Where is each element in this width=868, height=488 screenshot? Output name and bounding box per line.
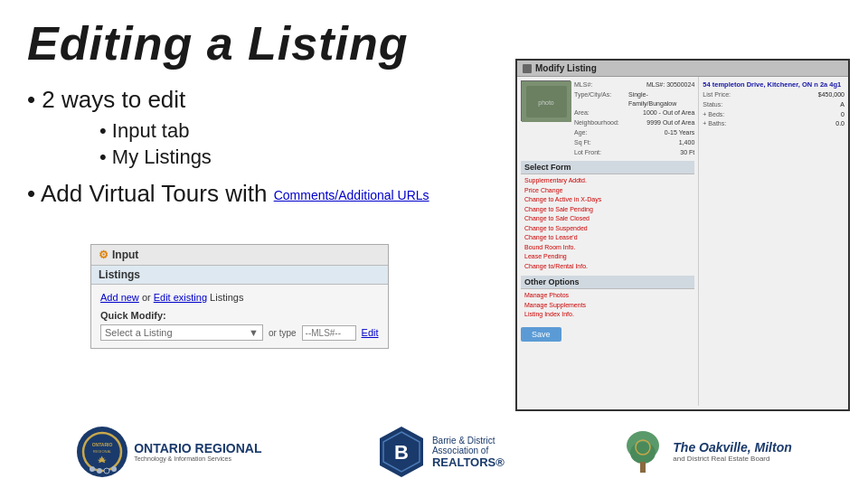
ontario-logo: ONTARIO REGIONAL ONTARIO REGIONAL Techno…	[76, 426, 261, 478]
svg-text:B: B	[394, 441, 409, 464]
modify-icon	[523, 64, 532, 73]
page-title: Editing a Listing	[27, 16, 408, 70]
input-icon: ⚙	[99, 249, 108, 261]
svg-point-10	[104, 468, 109, 474]
other-link-supplements[interactable]: Manage Supplements	[524, 301, 691, 311]
add-edit-line: Add new or Edit existing Listings	[100, 292, 379, 303]
listing-address: 54 templeton Drive, Kitchener, ON n 2a 4…	[703, 80, 844, 89]
input-panel: ⚙ Input Listings Add new or Edit existin…	[90, 244, 389, 349]
form-link-active[interactable]: Change to Active in X-Days	[524, 195, 691, 205]
modify-left-col: photo MLS#: MLS#: 30500024 Type/City/As:…	[517, 77, 699, 406]
form-link-leased[interactable]: Change to Lease'd	[524, 233, 691, 243]
footer: ONTARIO REGIONAL ONTARIO REGIONAL Techno…	[0, 425, 868, 479]
edit-button[interactable]: Edit	[362, 327, 379, 338]
barrie-icon: B	[378, 425, 425, 479]
oakville-logo: The Oakville, Milton and District Real E…	[620, 427, 791, 477]
listing-stats: List Price: $450,000 Status: A + Beds: 0…	[703, 90, 844, 128]
oakville-text: The Oakville, Milton and District Real E…	[673, 441, 791, 463]
edit-existing-link[interactable]: Edit existing	[154, 292, 207, 303]
modify-panel-header: Modify Listing	[517, 61, 848, 77]
my-listings-bullet: My Listings	[99, 145, 497, 169]
ways-to-edit-bullet: 2 ways to edit	[27, 86, 497, 114]
beds-label: + Beds:	[703, 110, 748, 119]
other-options-title: Other Options	[521, 276, 694, 289]
list-price-label: List Price:	[703, 90, 748, 99]
form-link-lease-pending[interactable]: Lease Pending	[524, 252, 691, 262]
form-links: Supplementary Addtd. Price Change Change…	[521, 174, 694, 273]
form-link-supplementary[interactable]: Supplementary Addtd.	[524, 176, 691, 186]
ontario-name: ONTARIO REGIONAL	[134, 442, 261, 455]
form-link-sale-pending[interactable]: Change to Sale Pending	[524, 205, 691, 215]
content-area: 2 ways to edit Input tab My Listings Add…	[27, 86, 497, 208]
other-links: Manage Photos Manage Supplements Listing…	[521, 289, 694, 322]
form-link-bound-room[interactable]: Bound Room Info.	[524, 243, 691, 253]
status-value: A	[840, 100, 844, 109]
form-link-price-change[interactable]: Price Change	[524, 186, 691, 196]
add-new-link[interactable]: Add new	[100, 292, 139, 303]
oakville-badge-icon	[620, 427, 665, 477]
comments-link[interactable]: Comments/Additional URLs	[274, 188, 429, 202]
listing-info-row: photo MLS#: MLS#: 30500024 Type/City/As:…	[521, 80, 694, 157]
other-link-photos[interactable]: Manage Photos	[524, 291, 691, 301]
beds-value: 0	[841, 110, 844, 119]
listing-select[interactable]: Select a Listing ▼	[100, 324, 263, 341]
modify-listing-panel: Modify Listing photo MLS#: MLS#: 3050002…	[515, 59, 850, 411]
input-panel-section: Listings	[91, 266, 388, 285]
barrie-logo: B Barrie & District Association of REALT…	[378, 425, 505, 479]
ontario-sub: Technology & Information Services	[134, 455, 261, 462]
modify-right-col: 54 templeton Drive, Kitchener, ON n 2a 4…	[699, 77, 848, 406]
svg-point-16	[630, 442, 656, 464]
input-panel-title: Input	[112, 249, 138, 261]
baths-label: + Baths:	[703, 119, 748, 128]
svg-point-8	[90, 466, 95, 472]
ontario-badge-icon: ONTARIO REGIONAL	[76, 426, 128, 478]
modify-panel-body: photo MLS#: MLS#: 30500024 Type/City/As:…	[517, 77, 848, 406]
status-label: Status:	[703, 100, 748, 109]
barrie-text: Barrie & District Association of REALTOR…	[432, 436, 505, 469]
input-panel-header: ⚙ Input	[91, 245, 388, 266]
mls-input[interactable]	[302, 325, 356, 341]
form-link-sale-closed[interactable]: Change to Sale Closed	[524, 214, 691, 224]
input-tab-bullet: Input tab	[99, 119, 497, 143]
select-row: Select a Listing ▼ or type Edit	[100, 324, 379, 341]
listing-details: MLS#: MLS#: 30500024 Type/City/As: Singl…	[574, 80, 694, 157]
baths-value: 0.0	[835, 119, 844, 128]
svg-text:photo: photo	[538, 99, 554, 107]
svg-text:REGIONAL: REGIONAL	[93, 449, 112, 454]
form-link-suspended[interactable]: Change to Suspended	[524, 224, 691, 234]
virtual-tours-bullet: Add Virtual Tours with Comments/Addition…	[27, 180, 497, 208]
quick-modify-label: Quick Modify:	[100, 310, 379, 321]
form-link-rental[interactable]: Change to/Rental Info.	[524, 262, 691, 272]
listing-photo: photo	[521, 80, 571, 121]
or-type-label: or type	[269, 328, 297, 338]
svg-rect-17	[640, 462, 646, 473]
input-panel-body: Add new or Edit existing Listings Quick …	[91, 285, 388, 348]
svg-point-9	[97, 468, 102, 474]
other-link-index[interactable]: Listing Index Info.	[524, 310, 691, 320]
svg-point-11	[111, 466, 117, 472]
modify-panel-title: Modify Listing	[535, 63, 597, 73]
select-form-title: Select Form	[521, 161, 694, 174]
svg-text:ONTARIO: ONTARIO	[92, 442, 113, 447]
save-button[interactable]: Save	[521, 327, 561, 342]
list-price-value: $450,000	[818, 90, 844, 99]
